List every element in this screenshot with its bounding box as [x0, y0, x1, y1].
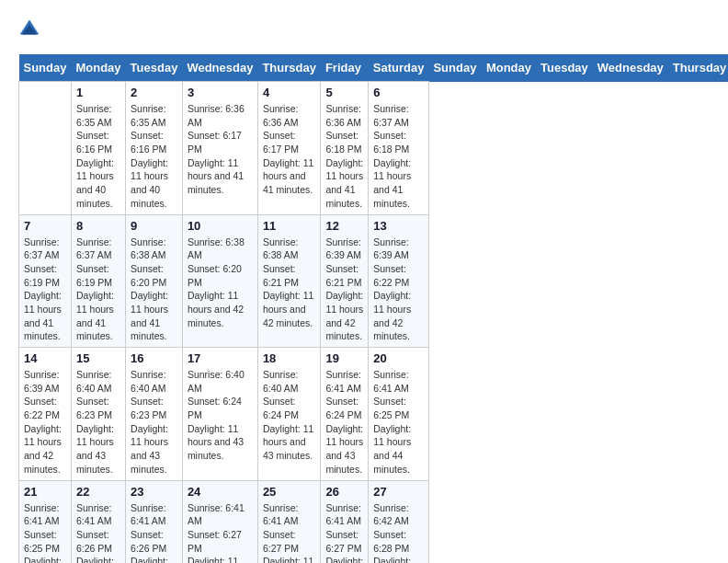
day-number: 2 [131, 86, 177, 99]
day-cell: 16Sunrise: 6:40 AMSunset: 6:23 PMDayligh… [126, 348, 183, 481]
day-info: Sunrise: 6:36 AMSunset: 6:17 PMDaylight:… [263, 102, 316, 197]
col-header-monday: Monday [71, 54, 125, 82]
header-row: SundayMondayTuesdayWednesdayThursdayFrid… [19, 54, 729, 82]
day-info: Sunrise: 6:37 AMSunset: 6:19 PMDaylight:… [24, 236, 66, 344]
day-info: Sunrise: 6:41 AMSunset: 6:25 PMDaylight:… [373, 368, 424, 477]
day-info: Sunrise: 6:39 AMSunset: 6:22 PMDaylight:… [373, 236, 424, 344]
day-cell: 4Sunrise: 6:36 AMSunset: 6:17 PMDaylight… [257, 82, 321, 215]
day-cell: 18Sunrise: 6:40 AMSunset: 6:24 PMDayligh… [257, 348, 321, 481]
day-info: Sunrise: 6:37 AMSunset: 6:18 PMDaylight:… [373, 102, 424, 211]
col-header-thursday: Thursday [257, 54, 321, 82]
day-cell: 19Sunrise: 6:41 AMSunset: 6:24 PMDayligh… [321, 348, 369, 481]
day-info: Sunrise: 6:41 AMSunset: 6:25 PMDaylight:… [24, 501, 66, 564]
day-cell: 10Sunrise: 6:38 AMSunset: 6:20 PMDayligh… [182, 214, 257, 348]
day-info: Sunrise: 6:36 AMSunset: 6:17 PMDaylight:… [188, 102, 253, 197]
day-info: Sunrise: 6:39 AMSunset: 6:21 PMDaylight:… [325, 236, 363, 344]
day-number: 22 [76, 485, 120, 499]
day-cell: 20Sunrise: 6:41 AMSunset: 6:25 PMDayligh… [369, 348, 429, 481]
col-header-tuesday: Tuesday [536, 54, 593, 82]
col-header-thursday: Thursday [668, 54, 728, 82]
day-number: 26 [325, 485, 363, 499]
day-cell: 7Sunrise: 6:37 AMSunset: 6:19 PMDaylight… [19, 214, 72, 348]
day-info: Sunrise: 6:40 AMSunset: 6:24 PMDaylight:… [263, 368, 316, 463]
day-cell [19, 82, 72, 215]
day-number: 6 [373, 86, 424, 99]
day-number: 24 [188, 485, 253, 499]
day-info: Sunrise: 6:36 AMSunset: 6:18 PMDaylight:… [325, 102, 363, 211]
day-number: 15 [76, 351, 120, 365]
day-number: 25 [263, 485, 316, 499]
day-info: Sunrise: 6:37 AMSunset: 6:19 PMDaylight:… [76, 236, 120, 344]
day-number: 4 [263, 86, 316, 99]
day-info: Sunrise: 6:35 AMSunset: 6:16 PMDaylight:… [76, 102, 120, 211]
day-number: 10 [188, 219, 253, 233]
day-info: Sunrise: 6:41 AMSunset: 6:27 PMDaylight:… [188, 501, 253, 564]
day-number: 7 [24, 219, 66, 233]
page-header [18, 18, 710, 40]
day-cell: 26Sunrise: 6:41 AMSunset: 6:27 PMDayligh… [321, 480, 369, 563]
day-number: 3 [188, 86, 253, 99]
day-cell: 13Sunrise: 6:39 AMSunset: 6:22 PMDayligh… [369, 214, 429, 348]
day-number: 19 [325, 351, 363, 365]
day-number: 17 [188, 351, 253, 365]
col-header-wednesday: Wednesday [182, 54, 257, 82]
day-info: Sunrise: 6:38 AMSunset: 6:20 PMDaylight:… [188, 236, 253, 330]
logo [18, 18, 44, 40]
day-cell: 6Sunrise: 6:37 AMSunset: 6:18 PMDaylight… [369, 82, 429, 215]
day-cell: 23Sunrise: 6:41 AMSunset: 6:26 PMDayligh… [126, 480, 183, 563]
day-cell: 9Sunrise: 6:38 AMSunset: 6:20 PMDaylight… [126, 214, 183, 348]
day-cell: 14Sunrise: 6:39 AMSunset: 6:22 PMDayligh… [19, 348, 72, 481]
day-info: Sunrise: 6:41 AMSunset: 6:24 PMDaylight:… [325, 368, 363, 477]
day-cell: 22Sunrise: 6:41 AMSunset: 6:26 PMDayligh… [71, 480, 125, 563]
day-number: 11 [263, 219, 316, 233]
day-number: 14 [24, 351, 66, 365]
day-info: Sunrise: 6:41 AMSunset: 6:26 PMDaylight:… [76, 501, 120, 564]
day-cell: 24Sunrise: 6:41 AMSunset: 6:27 PMDayligh… [182, 480, 257, 563]
logo-icon [18, 18, 40, 40]
day-cell: 15Sunrise: 6:40 AMSunset: 6:23 PMDayligh… [71, 348, 125, 481]
day-number: 12 [325, 219, 363, 233]
col-header-monday: Monday [482, 54, 536, 82]
day-info: Sunrise: 6:40 AMSunset: 6:23 PMDaylight:… [131, 368, 177, 477]
day-cell: 17Sunrise: 6:40 AMSunset: 6:24 PMDayligh… [182, 348, 257, 481]
col-header-sunday: Sunday [428, 54, 481, 82]
day-info: Sunrise: 6:40 AMSunset: 6:24 PMDaylight:… [188, 368, 253, 463]
col-header-saturday: Saturday [369, 54, 429, 82]
day-cell: 3Sunrise: 6:36 AMSunset: 6:17 PMDaylight… [182, 82, 257, 215]
col-header-friday: Friday [321, 54, 369, 82]
col-header-wednesday: Wednesday [593, 54, 668, 82]
day-number: 27 [373, 485, 424, 499]
day-info: Sunrise: 6:38 AMSunset: 6:21 PMDaylight:… [263, 236, 316, 330]
day-cell: 21Sunrise: 6:41 AMSunset: 6:25 PMDayligh… [19, 480, 72, 563]
day-cell: 11Sunrise: 6:38 AMSunset: 6:21 PMDayligh… [257, 214, 321, 348]
day-number: 1 [76, 86, 120, 99]
day-number: 23 [131, 485, 177, 499]
week-row-3: 14Sunrise: 6:39 AMSunset: 6:22 PMDayligh… [19, 348, 729, 481]
day-cell: 1Sunrise: 6:35 AMSunset: 6:16 PMDaylight… [71, 82, 125, 215]
day-number: 16 [131, 351, 177, 365]
day-number: 8 [76, 219, 120, 233]
col-header-sunday: Sunday [19, 54, 72, 82]
col-header-tuesday: Tuesday [126, 54, 183, 82]
day-info: Sunrise: 6:41 AMSunset: 6:26 PMDaylight:… [131, 501, 177, 564]
day-cell: 5Sunrise: 6:36 AMSunset: 6:18 PMDaylight… [321, 82, 369, 215]
day-number: 18 [263, 351, 316, 365]
day-info: Sunrise: 6:42 AMSunset: 6:28 PMDaylight:… [373, 501, 424, 564]
week-row-2: 7Sunrise: 6:37 AMSunset: 6:19 PMDaylight… [19, 214, 729, 348]
week-row-1: 1Sunrise: 6:35 AMSunset: 6:16 PMDaylight… [19, 82, 729, 215]
day-info: Sunrise: 6:39 AMSunset: 6:22 PMDaylight:… [24, 368, 66, 477]
day-info: Sunrise: 6:35 AMSunset: 6:16 PMDaylight:… [131, 102, 177, 211]
calendar-table: SundayMondayTuesdayWednesdayThursdayFrid… [18, 54, 728, 563]
day-number: 21 [24, 485, 66, 499]
day-number: 13 [373, 219, 424, 233]
day-info: Sunrise: 6:38 AMSunset: 6:20 PMDaylight:… [131, 236, 177, 344]
day-info: Sunrise: 6:41 AMSunset: 6:27 PMDaylight:… [325, 501, 363, 564]
day-cell: 27Sunrise: 6:42 AMSunset: 6:28 PMDayligh… [369, 480, 429, 563]
day-cell: 25Sunrise: 6:41 AMSunset: 6:27 PMDayligh… [257, 480, 321, 563]
day-number: 20 [373, 351, 424, 365]
day-cell: 2Sunrise: 6:35 AMSunset: 6:16 PMDaylight… [126, 82, 183, 215]
day-cell: 12Sunrise: 6:39 AMSunset: 6:21 PMDayligh… [321, 214, 369, 348]
day-info: Sunrise: 6:40 AMSunset: 6:23 PMDaylight:… [76, 368, 120, 477]
day-info: Sunrise: 6:41 AMSunset: 6:27 PMDaylight:… [263, 501, 316, 564]
day-cell: 8Sunrise: 6:37 AMSunset: 6:19 PMDaylight… [71, 214, 125, 348]
